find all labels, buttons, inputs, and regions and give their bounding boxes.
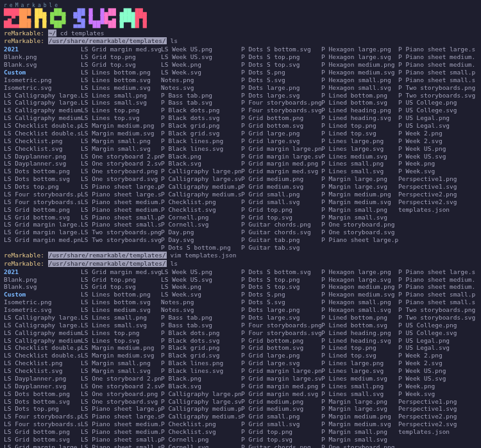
ls-output: 2021Blank.pngBlank.svgCustomIsometric.pn… (4, 268, 477, 448)
ls-entry: P Dots S bottom.svg (241, 268, 321, 276)
cmd: cd templates (60, 30, 105, 37)
ls-entry: P Piano sheet large.svg (398, 46, 475, 53)
ls-entry: Isometric.png (4, 298, 81, 306)
ls-entry: LS Margin medium.png (81, 122, 161, 130)
cmd: vim templates.json (170, 252, 236, 259)
ls-entry: P Grid small.svg (241, 198, 321, 206)
ls-entry: P Lines small.svg (321, 390, 398, 398)
ls-entry: P Grid large.svg (241, 359, 321, 367)
ls-entry: P Lined top.svg (321, 130, 398, 137)
ls-entry: Custom (4, 69, 81, 76)
ls-entry: P Grid margin large.png (241, 367, 321, 375)
ls-entry: P Day.svg (161, 236, 241, 244)
ls-entry: P US College.png (398, 99, 475, 107)
ls-entry: P Grid large.png (241, 130, 321, 137)
ls-entry: Custom (4, 291, 81, 298)
ls-entry: LS Week.png (161, 61, 241, 69)
cmd: ls (170, 37, 177, 44)
ls-entry: LS Lines small.svg (81, 99, 161, 107)
ls-entry: LS Piano sheet large.png (81, 405, 161, 413)
ls-entry: P Grid medium.svg (241, 183, 321, 191)
ls-entry: LS Grid margin large.png (4, 444, 81, 448)
ls-entry: P Two storyboards.png (398, 84, 475, 92)
ls-entry: LS Checklist.svg (4, 367, 81, 375)
ls-entry: P Margin large.png (321, 398, 398, 406)
ls-entry: P Margin medium.png (321, 191, 398, 198)
ls-entry: P Black lines.svg (161, 367, 241, 375)
ls-entry: P Grid margin large.png (241, 145, 321, 153)
ls-entry: LS Calligraphy large.png (4, 92, 81, 99)
ls-entry: LS Lines top.svg (81, 337, 161, 345)
ls-entry: LS Checklist.png (4, 359, 81, 367)
host: reMarkable: (4, 37, 44, 44)
ls-entry: templates.json (398, 428, 475, 436)
ls-entry: Perspective1.svg (398, 183, 475, 191)
ls-entry: templates.json (398, 206, 475, 214)
ls-entry: LS Two storyboards.svg (81, 236, 161, 244)
ls-entry: LS Piano sheet small.png (81, 436, 161, 444)
ls-entry (398, 244, 475, 252)
ls-entry: P Week.svg (398, 168, 475, 175)
ls-entry (81, 244, 161, 252)
ls-entry: P Margin small.svg (321, 436, 398, 444)
ls-entry: LS Grid margin large.svg (4, 228, 81, 236)
ls-entry: P Lines small.png (321, 160, 398, 168)
ls-entry: P Two storyboards.png (398, 306, 475, 314)
prompt-line: reMarkable: /usr/share/remarkable/templa… (4, 260, 477, 268)
ls-entry: LS Week.png (161, 283, 241, 291)
ls-entry: LS Margin medium.png (81, 344, 161, 352)
ls-entry: P Calligraphy large.svg (161, 398, 241, 406)
ls-entry: P Bass tab.png (161, 314, 241, 322)
ls-entry: P Piano sheet small.svg (398, 76, 475, 84)
ls-entry: P Grid top.png (241, 428, 321, 436)
ls-entry: P Cornell.png (161, 436, 241, 444)
ls-entry: Perspective1.png (398, 175, 475, 183)
prompt-line: reMarkable: ~/ cd templates (4, 30, 477, 37)
ls-entry: P US Legal.png (398, 114, 475, 122)
ls-entry: LS Four storyboards.svg (4, 420, 81, 428)
ls-entry: LS Margin small.png (81, 137, 161, 145)
ls-entry: P Dots large.png (241, 84, 321, 92)
ls-entry: P Two storyboards.svg (398, 92, 475, 99)
ls-entry: LS Margin small.svg (81, 145, 161, 153)
ls-entry: LS Grid top.svg (81, 61, 161, 69)
ls-entry: P Hexagon small.svg (321, 306, 398, 314)
ls-entry: LS Four storyboards.png (4, 413, 81, 420)
ls-entry: LS Checklist.svg (4, 145, 81, 153)
ls-entry: LS Dots top.png (4, 183, 81, 191)
ls-entry: LS Dots bottom.png (4, 390, 81, 398)
ls-entry: P Grid margin med.svg (241, 390, 321, 398)
ls-entry: P Margin medium.svg (321, 198, 398, 206)
ls-entry: P Calligraphy large.png (161, 168, 241, 175)
ls-entry: P One storyboard.png (321, 444, 398, 448)
ls-entry: LS Lines top.svg (81, 114, 161, 122)
ls-entry: LS Checklist double.svg (4, 352, 81, 359)
ls-entry: LS Checklist double.png (4, 344, 81, 352)
ls-entry: P Dots S bottom.svg (241, 46, 321, 53)
ls-entry: LS Calligraphy medium.png (4, 329, 81, 337)
ls-entry: LS Week US.png (161, 46, 241, 53)
ls-entry (398, 236, 475, 244)
terminal-screen[interactable]: reMarkable ███████ ██▄ ▄██▄ ▄██ █ █▄██ ▄… (0, 0, 481, 448)
ls-entry: P Dots S top.png (241, 276, 321, 284)
ls-entry: 2021 (4, 46, 81, 53)
ls-entry: P Margin medium.png (321, 413, 398, 420)
ls-entry (4, 244, 81, 252)
ls-entry: P Dots large.svg (241, 92, 321, 99)
ls-entry: P Piano sheet medium.svg (398, 283, 475, 291)
ls-entry: LS Lines small.png (81, 92, 161, 99)
ls-entry: P Checklist.svg (161, 428, 241, 436)
ls-entry: LS Lines bottom.svg (81, 76, 161, 84)
ls-entry: P Black.png (161, 153, 241, 160)
ls-entry: LS Week.svg (161, 69, 241, 76)
ls-entry: Perspective2.svg (398, 198, 475, 206)
ls-entry: LS Grid margin large.png (4, 221, 81, 228)
ls-entry: P Checklist.svg (161, 206, 241, 214)
ls-entry: P Margin large.png (321, 175, 398, 183)
ls-entry: P Grid bottom.svg (241, 344, 321, 352)
ls-entry: P Lined heading.png (321, 329, 398, 337)
ls-entry: P Lined top.svg (321, 352, 398, 359)
ls-entry: Perspective2.png (398, 413, 475, 420)
ls-entry: P Margin large.svg (321, 183, 398, 191)
ls-entry: LS Grid bottom.svg (4, 436, 81, 444)
